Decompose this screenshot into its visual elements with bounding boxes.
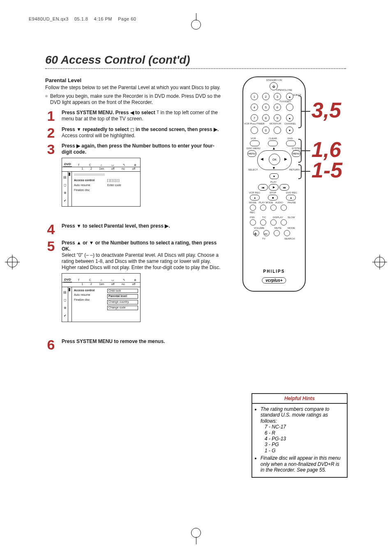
osd2-icon: T xyxy=(77,279,81,282)
remote-vol-up: + xyxy=(253,230,259,236)
step-6-body: Press SYSTEM MENU to remove the menus. xyxy=(62,339,224,345)
step-3-bold: Press ▶ again, then press the Number but… xyxy=(62,143,214,155)
step-3: 3 Press ▶ again, then press the Number b… xyxy=(45,143,224,211)
step-3-body: Press ▶ again, then press the Number but… xyxy=(62,143,224,211)
remote-num-7: 7 xyxy=(251,114,258,122)
osd2-dvd-logo: DVD xyxy=(63,278,72,282)
remote-discmenu-button: MENU xyxy=(247,150,256,157)
osd1-side-icon: ◻ xyxy=(64,183,67,187)
hints-title: Helpful Hints xyxy=(252,394,347,404)
remote-label-vcr: VCR xyxy=(251,137,256,140)
osd1-icon: C xyxy=(88,164,92,167)
hints-rating: 7 - NC-17 xyxy=(265,424,286,430)
step-2-bold-a: Press ▼ repeatedly to select xyxy=(62,127,129,132)
hints-item-2: Finalize disc will appear in this menu o… xyxy=(261,455,344,473)
helpful-hints-box: Helpful Hints The rating numbers compare… xyxy=(251,393,348,478)
remote-vol-down: − xyxy=(263,230,270,236)
osd-screenshot-1: DVD T C ⌂ ▭ ✎ ⊕ 1 2 xyxy=(62,158,141,207)
osd2-sub-item: Change code xyxy=(107,306,138,310)
step-5-tail: Select "0" (– –) to deactivate Parental … xyxy=(62,252,221,270)
osd2-scrubber xyxy=(69,288,70,291)
remote-num-9: 9 xyxy=(274,114,281,122)
osd2-sub-item: Parental level xyxy=(107,294,138,299)
remote-label-audio: AUDIO xyxy=(275,201,283,204)
remote-channel-down: ▼ xyxy=(286,127,293,134)
osd2-val: no xyxy=(122,283,125,286)
remote-down-pill: ▼ xyxy=(270,173,279,179)
doc-page-label: Page 60 xyxy=(118,16,136,21)
remote-label-search: SEARCH xyxy=(284,237,295,240)
remote-label-mode2: MODE xyxy=(288,227,295,229)
osd2-side-icon: ⊕ xyxy=(64,306,67,310)
step-4: 4 Press ▼ to select Parental level, then… xyxy=(45,223,224,236)
remote-model: vcrplus+ xyxy=(262,277,286,283)
step-4-number: 4 xyxy=(45,223,57,236)
remote-up-icon: ▲ xyxy=(272,146,276,150)
step-3-number: 3 xyxy=(45,143,57,156)
remote-label-mute: MUTE xyxy=(274,227,281,229)
osd2-side-icon: ◻ xyxy=(64,298,67,302)
osd2-icon: ⌂ xyxy=(100,279,103,282)
remote-label-clear: CLEAR xyxy=(269,137,277,140)
remote-stop-button: ■ xyxy=(268,195,278,200)
remote-label-dvdrec: DVD REC xyxy=(286,191,297,194)
osd1-menu-item: Finalize disc xyxy=(74,189,105,192)
doc-filename: E9480UD_EN.qx3 xyxy=(29,16,69,21)
osd2-menu-item: Auto resume xyxy=(74,293,105,297)
remote-pause-button xyxy=(281,205,287,211)
pre-bullet: Before you begin, make sure the Recorder… xyxy=(45,93,224,106)
page-title: 60 Access Control (cont'd) xyxy=(45,53,190,67)
page-header: E9480UD_EN.qx3 05.1.8 4:16 PM Page 60 xyxy=(29,16,136,21)
callout-line-1 xyxy=(301,111,310,112)
step-1: 1 Press SYSTEM MENU. Press ◀ to select T… xyxy=(45,110,224,122)
osd2-icon: ▭ xyxy=(111,279,114,282)
remote-label-fss: FSS xyxy=(250,216,255,219)
osd1-side-icon: ⊕ xyxy=(64,191,67,195)
remote-num-6: 6 xyxy=(274,104,281,111)
remote-num-2: 2 xyxy=(262,93,270,100)
osd2-icon: ⊕ xyxy=(134,279,137,282)
callout-line-3 xyxy=(301,171,310,172)
hints-item-1: The rating numbers compare to standard U… xyxy=(261,406,344,454)
step-6: 6 Press SYSTEM MENU to remove the menus. xyxy=(45,339,224,351)
step-2: 2 Press ▼ repeatedly to select ◻ in the … xyxy=(45,127,224,139)
osd1-icon: ⌂ xyxy=(100,164,103,167)
remote-num-0: 0 xyxy=(262,127,270,134)
osd2-val: 2 xyxy=(90,283,92,286)
remote-label-playmode: PLAY MODE xyxy=(259,201,273,204)
callout-brace-1 xyxy=(298,95,302,128)
osd1-side-icon: ✔ xyxy=(64,199,67,203)
main-content: Parental Level Follow the steps below to… xyxy=(45,77,224,355)
remote-right-icon: ▶ xyxy=(284,157,287,161)
remote-num-5: 5 xyxy=(262,104,270,111)
remote-label-standby: STANDBY-ON xyxy=(243,79,305,81)
bullet-dot-icon xyxy=(45,95,48,97)
osd1-icon: ⊕ xyxy=(134,164,137,167)
osd2-side-icon: ✔ xyxy=(64,314,67,318)
callout-line-2 xyxy=(301,150,310,151)
osd1-val: no xyxy=(122,167,125,171)
crop-mark-bottom xyxy=(191,535,201,546)
remote-num-1: 1 xyxy=(251,93,258,100)
pre-bullet-text: Before you begin, make sure the Recorder… xyxy=(50,93,224,106)
step-1-number: 1 xyxy=(45,110,57,122)
osd2-sub-item: Child lock xyxy=(107,289,138,293)
remote-tc-button xyxy=(260,219,266,226)
osd1-menu-item: Auto resume xyxy=(74,184,105,187)
remote-clear-button xyxy=(268,140,278,146)
remote-label-monitor: MONITOR xyxy=(270,122,281,125)
remote-channel-up: ▲ xyxy=(286,114,293,122)
remote-monitor-button xyxy=(274,127,281,134)
remote-label-vcrplus: VCR Plus+/TIMER xyxy=(244,122,265,125)
osd2-sub-item: Change country xyxy=(107,300,138,304)
step-1-body: Press SYSTEM MENU. Press ◀ to select T i… xyxy=(62,110,224,122)
remote-slow-button xyxy=(281,219,287,226)
osd-screenshot-2: DVD T C ⌂ ▭ ✎ ⊕ 1 2 xyxy=(62,273,141,322)
remote-vcrplus-button xyxy=(251,127,258,134)
remote-label-stop: STOP xyxy=(270,191,276,194)
osd1-code-mask: [ ] [ ] [ ] [ ] xyxy=(107,179,138,182)
remote-play-button: ▶ xyxy=(269,184,279,191)
tool-icon: T xyxy=(157,110,159,115)
remote-next-button: ⏭ xyxy=(279,184,289,191)
remote-fss-button xyxy=(250,219,256,226)
